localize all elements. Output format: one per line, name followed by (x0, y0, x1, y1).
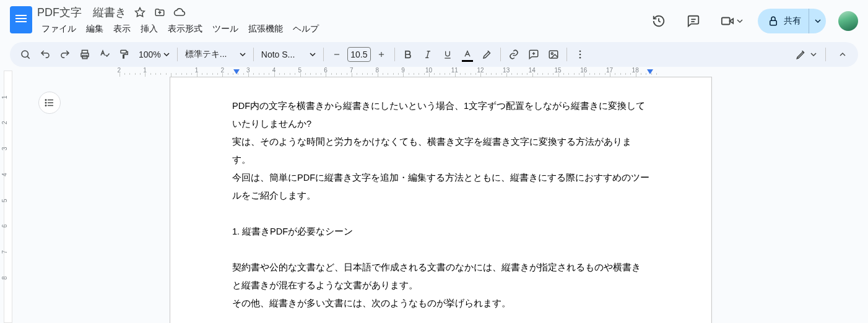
paragraph[interactable]: 契約書や公的な文書など、日本語で作成される文書のなかには、縦書きが指定されるもの… (232, 259, 649, 295)
svg-marker-0 (136, 8, 145, 17)
lock-icon (768, 15, 779, 27)
menu-tools[interactable]: ツール (208, 21, 243, 37)
ruler-number: 7 (1, 250, 8, 254)
share-label: 共有 (784, 15, 801, 27)
collapse-toolbar-icon[interactable] (833, 45, 852, 64)
svg-marker-26 (233, 69, 240, 74)
docs-home-icon[interactable] (10, 6, 32, 33)
print-icon[interactable] (76, 45, 94, 64)
ruler-number: 2 (1, 121, 8, 125)
svg-rect-3 (722, 18, 730, 25)
svg-rect-11 (121, 50, 126, 53)
svg-line-17 (427, 51, 428, 58)
svg-point-23 (579, 50, 581, 52)
document-canvas: PDF内の文字を横書きから縦書きにしたいという場合、1文字ずつ配置をしながら縦書… (15, 77, 868, 323)
svg-point-33 (45, 105, 46, 106)
redo-icon[interactable] (56, 45, 74, 64)
menu-extensions[interactable]: 拡張機能 (244, 21, 287, 37)
menu-insert[interactable]: 挿入 (136, 21, 162, 37)
editing-mode-button[interactable] (791, 46, 822, 63)
spellcheck-icon[interactable] (95, 45, 114, 64)
zoom-select[interactable]: 100% (135, 46, 173, 63)
font-size-input[interactable] (347, 47, 371, 62)
ruler-number: 4 (1, 173, 8, 176)
menu-edit[interactable]: 編集 (82, 21, 108, 37)
menu-help[interactable]: ヘルプ (289, 21, 323, 37)
page[interactable]: PDF内の文字を横書きから縦書きにしたいという場合、1文字ずつ配置をしながら縦書… (170, 77, 712, 323)
insert-image-icon[interactable] (544, 45, 563, 64)
paragraph[interactable]: PDF内の文字を横書きから縦書きにしたいという場合、1文字ずつ配置をしながら縦書… (232, 97, 649, 133)
svg-line-7 (27, 56, 29, 58)
pencil-icon (796, 49, 807, 60)
search-menus-icon[interactable] (16, 45, 35, 64)
paragraph[interactable]: その他、縦書きが多い文書には、次のようなものが挙げられます。 (232, 295, 649, 312)
insert-link-icon[interactable] (505, 45, 523, 64)
paint-format-icon[interactable] (115, 45, 134, 64)
cloud-status-icon[interactable] (173, 6, 186, 19)
menu-view[interactable]: 表示 (109, 21, 135, 37)
account-avatar[interactable] (838, 11, 858, 31)
ruler-number: 1 (1, 95, 8, 99)
svg-point-6 (22, 51, 28, 58)
ruler-number: 6 (1, 225, 8, 228)
indent-marker-right-icon[interactable] (646, 69, 654, 76)
ruler-number: 8 (1, 276, 8, 280)
page-content[interactable]: PDF内の文字を横書きから縦書きにしたいという場合、1文字ずつ配置をしながら縦書… (170, 77, 711, 312)
highlight-color-icon[interactable] (478, 45, 497, 64)
horizontal-ruler: 21123456789101112131415161718 (33, 67, 868, 77)
bold-icon[interactable] (399, 45, 417, 64)
underline-icon[interactable] (438, 45, 457, 64)
svg-rect-21 (549, 51, 558, 58)
star-icon[interactable] (134, 6, 146, 19)
ruler-number: 3 (1, 147, 8, 151)
more-tools-icon[interactable] (571, 45, 589, 64)
move-icon[interactable] (154, 6, 166, 19)
paragraph[interactable]: 今回は、簡単にPDFに縦書き文字を追加・編集する方法とともに、縦書きにする際にお… (232, 169, 649, 205)
zoom-value: 100% (139, 50, 161, 59)
share-button[interactable]: 共有 (758, 9, 826, 33)
meet-button[interactable] (716, 9, 748, 33)
paragraph[interactable]: 実は、そのような時間と労力をかけなくても、横書き文字を縦書き文字に変換する方法が… (232, 133, 649, 169)
toolbar: 100% 標準テキ... Noto S... (10, 42, 858, 67)
svg-marker-27 (647, 69, 653, 74)
svg-rect-5 (770, 20, 777, 25)
paragraph-style-select[interactable]: 標準テキ... (181, 46, 250, 63)
paragraph[interactable] (232, 241, 649, 259)
svg-point-22 (551, 53, 553, 54)
font-family-value: Noto S... (261, 50, 295, 59)
svg-point-25 (579, 57, 581, 59)
svg-point-32 (45, 102, 46, 103)
italic-icon[interactable] (419, 45, 437, 64)
text-color-icon[interactable] (458, 45, 477, 64)
paragraph[interactable]: 1. 縦書きPDFが必要なシーン (232, 223, 649, 241)
font-size-increase-icon[interactable] (372, 45, 391, 64)
menu-bar: ファイル 編集 表示 挿入 表示形式 ツール 拡張機能 ヘルプ (37, 21, 641, 37)
vertical-ruler: 12345678 (0, 67, 15, 323)
ruler-number: 5 (1, 199, 8, 202)
svg-point-31 (45, 100, 46, 101)
svg-point-24 (579, 54, 581, 56)
font-family-select[interactable]: Noto S... (258, 46, 319, 63)
document-title[interactable]: PDF文字 縦書き (37, 5, 126, 20)
paragraph[interactable] (232, 205, 649, 223)
title-bar: PDF文字 縦書き ファイル 編集 表示 挿入 表示形式 ツール 拡張機能 (0, 0, 868, 37)
show-outline-icon[interactable] (38, 92, 61, 114)
comments-icon[interactable] (681, 9, 706, 33)
font-size-decrease-icon[interactable] (328, 45, 346, 64)
add-comment-icon[interactable] (524, 45, 543, 64)
paragraph-style-value: 標準テキ... (185, 49, 227, 60)
undo-icon[interactable] (36, 45, 54, 64)
menu-file[interactable]: ファイル (37, 21, 80, 37)
history-icon[interactable] (646, 9, 671, 33)
menu-format[interactable]: 表示形式 (163, 21, 207, 37)
share-dropdown-icon[interactable] (809, 9, 826, 33)
indent-marker-left-icon[interactable] (233, 69, 240, 76)
